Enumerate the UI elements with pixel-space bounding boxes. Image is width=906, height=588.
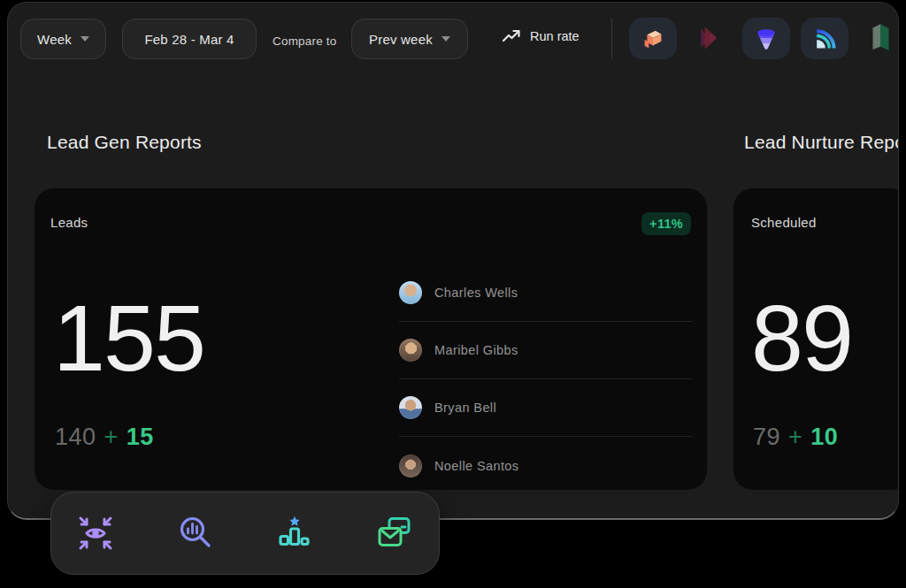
compare-selector-value: Prev week — [369, 32, 433, 47]
avatar — [399, 281, 422, 304]
date-range-value: Feb 28 - Mar 4 — [144, 32, 234, 47]
maroon-chevrons-icon — [699, 24, 722, 52]
status-badge: +11% — [641, 212, 691, 235]
compare-selector[interactable]: Prev week — [351, 19, 468, 59]
list-item[interactable]: Noelle Santos — [399, 437, 693, 494]
leads-card: Leads +11% 155 140 + 15 Charles Wells Ma… — [35, 188, 707, 490]
scheduled-sub-metric: 79 + 10 — [753, 424, 838, 451]
eye-focus-icon — [76, 514, 115, 553]
person-name: Bryan Bell — [434, 401, 496, 415]
section-title-lead-nurture: Lead Nurture Reports — [744, 132, 899, 153]
app-icon-button-5[interactable] — [870, 20, 891, 50]
mail-stack-button[interactable] — [373, 512, 416, 554]
list-item[interactable]: Bryan Bell — [399, 379, 693, 437]
eye-focus-button[interactable] — [74, 512, 117, 554]
person-name: Charles Wells — [434, 286, 518, 300]
leads-sub-metric: 140 + 15 — [55, 424, 154, 451]
list-item[interactable]: Charles Wells — [399, 264, 693, 322]
section-title-lead-gen: Lead Gen Reports — [47, 132, 202, 153]
app-icon-button-3[interactable] — [742, 18, 790, 59]
topbar-divider — [611, 19, 612, 59]
person-name: Maribel Gibbs — [434, 343, 518, 357]
app-icon-button-4[interactable] — [801, 18, 848, 59]
floating-toolbar — [50, 492, 440, 575]
date-range-button[interactable]: Feb 28 - Mar 4 — [122, 19, 257, 59]
orange-cube-icon — [640, 26, 666, 52]
funnel-icon — [753, 26, 779, 52]
avatar — [399, 339, 422, 362]
green-ribbon-icon — [870, 20, 891, 50]
run-rate-label: Run rate — [530, 29, 580, 43]
card-title: Scheduled — [751, 215, 817, 230]
delta-value: 10 — [810, 424, 838, 451]
period-selector[interactable]: Week — [20, 19, 106, 59]
podium-star-button[interactable] — [273, 512, 316, 554]
people-list: Charles Wells Maribel Gibbs Bryan Bell N… — [399, 264, 693, 494]
avatar — [399, 396, 422, 419]
plus-sign: + — [104, 424, 119, 451]
avatar — [399, 454, 422, 477]
chevron-down-icon — [81, 36, 89, 42]
run-rate-toggle[interactable]: Run rate — [502, 29, 580, 43]
leads-value: 155 — [53, 291, 204, 385]
trend-up-icon — [502, 29, 521, 43]
app-icon-button-2[interactable] — [699, 24, 722, 52]
plus-sign: + — [788, 424, 802, 451]
previous-value: 140 — [55, 424, 96, 451]
mail-stack-icon — [375, 514, 414, 553]
scheduled-card: Scheduled 89 79 + 10 — [733, 188, 899, 490]
app-icon-button-1[interactable] — [629, 18, 677, 59]
previous-value: 79 — [753, 424, 780, 451]
search-analytics-button[interactable] — [174, 512, 217, 554]
chevron-down-icon — [441, 36, 450, 42]
period-selector-value: Week — [37, 32, 72, 47]
person-name: Noelle Santos — [434, 459, 518, 473]
scheduled-value: 89 — [751, 291, 852, 385]
delta-value: 15 — [127, 424, 154, 451]
card-title: Leads — [50, 215, 88, 230]
podium-star-icon — [275, 514, 314, 553]
compare-to-label: Compare to — [273, 34, 337, 48]
list-item[interactable]: Maribel Gibbs — [399, 322, 693, 379]
quarter-arcs-icon — [811, 26, 838, 52]
search-analytics-icon — [176, 514, 215, 553]
dashboard-window: Week Feb 28 - Mar 4 Compare to Prev week… — [7, 2, 899, 520]
